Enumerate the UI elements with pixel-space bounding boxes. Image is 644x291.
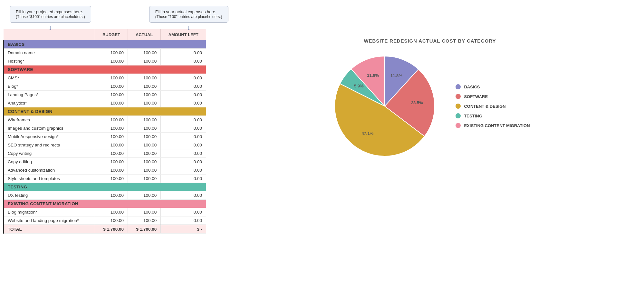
row-amount-left: 0.00 [161, 216, 206, 225]
table-row[interactable]: UX testing100.00100.000.00 [4, 191, 206, 200]
row-label: Wireframes [4, 116, 95, 124]
row-amount-left: 0.00 [161, 116, 206, 124]
table-row[interactable]: Website and landing page migration*100.0… [4, 216, 206, 225]
row-budget[interactable]: 100.00 [95, 49, 128, 57]
row-budget[interactable]: 100.00 [95, 191, 128, 200]
table-row[interactable]: Blog migration*100.00100.000.00 [4, 208, 206, 216]
callout-projected: Fill in your projected expenses here. (T… [10, 6, 91, 23]
page-container: Fill in your projected expenses here. (T… [0, 0, 644, 291]
row-budget[interactable]: 100.00 [95, 82, 128, 91]
category-header-row: EXISTING CONTENT MIGRATION [4, 200, 206, 208]
row-actual[interactable]: 100.00 [128, 149, 161, 158]
row-actual[interactable]: 100.00 [128, 91, 161, 99]
row-budget[interactable]: 100.00 [95, 57, 128, 65]
row-budget[interactable]: 100.00 [95, 133, 128, 141]
table-header-row: BUDGET ACTUAL AMOUNT LEFT [4, 29, 206, 40]
row-amount-left: 0.00 [161, 158, 206, 166]
pie-label-4: 11.8% [367, 73, 379, 78]
table-row[interactable]: Analytics*100.00100.000.00 [4, 99, 206, 107]
legend-color-dot [456, 113, 461, 118]
category-header-row: TESTING [4, 183, 206, 191]
row-budget[interactable]: 100.00 [95, 216, 128, 225]
table-row[interactable]: Landing Pages*100.00100.000.00 [4, 91, 206, 99]
row-label: Copy editing [4, 158, 95, 166]
category-header-row: CONTENT & DESIGN [4, 107, 206, 116]
row-actual[interactable]: 100.00 [128, 216, 161, 225]
total-left: $ - [161, 225, 206, 234]
row-budget[interactable]: 100.00 [95, 116, 128, 124]
row-label: Analytics* [4, 99, 95, 107]
row-amount-left: 0.00 [161, 175, 206, 183]
row-label: Landing Pages* [4, 91, 95, 99]
category-label: BASICS [4, 40, 206, 49]
table-row[interactable]: Copy writing100.00100.000.00 [4, 149, 206, 158]
chart-area: WEBSITE REDESIGN ACTUAL COST BY CATEGORY… [216, 29, 644, 167]
legend-color-dot [456, 84, 461, 89]
row-amount-left: 0.00 [161, 141, 206, 149]
row-label: Images and custom graphics [4, 124, 95, 133]
row-actual[interactable]: 100.00 [128, 116, 161, 124]
legend-label: SOFTWARE [464, 94, 488, 99]
chart-title: WEBSITE REDESIGN ACTUAL COST BY CATEGORY [364, 38, 496, 44]
table-row[interactable]: Hosting*100.00100.000.00 [4, 57, 206, 65]
row-amount-left: 0.00 [161, 91, 206, 99]
row-budget[interactable]: 100.00 [95, 208, 128, 216]
chart-legend: BASICSSOFTWARECONTENT & DESIGNTESTINGEXI… [456, 84, 530, 128]
row-budget[interactable]: 100.00 [95, 91, 128, 99]
row-budget[interactable]: 100.00 [95, 74, 128, 82]
legend-color-dot [456, 123, 461, 128]
legend-item: BASICS [456, 84, 530, 89]
row-actual[interactable]: 100.00 [128, 133, 161, 141]
legend-item: EXISTING CONTENT MIGRATION [456, 123, 530, 128]
row-budget[interactable]: 100.00 [95, 175, 128, 183]
row-actual[interactable]: 100.00 [128, 99, 161, 107]
row-actual[interactable]: 100.00 [128, 82, 161, 91]
category-label: TESTING [4, 183, 206, 191]
row-label: Blog* [4, 82, 95, 91]
row-amount-left: 0.00 [161, 133, 206, 141]
table-row[interactable]: Images and custom graphics100.00100.000.… [4, 124, 206, 133]
row-actual[interactable]: 100.00 [128, 57, 161, 65]
row-label: Advanced customization [4, 166, 95, 175]
table-row[interactable]: CMS*100.00100.000.00 [4, 74, 206, 82]
chart-body: 11.8%23.5%47.1%5.9%11.8% BASICSSOFTWAREC… [330, 51, 530, 161]
row-actual[interactable]: 100.00 [128, 191, 161, 200]
table-row[interactable]: SEO strategy and redirects100.00100.000.… [4, 141, 206, 149]
row-actual[interactable]: 100.00 [128, 74, 161, 82]
col-header-actual: ACTUAL [128, 29, 161, 40]
category-label: SOFTWARE [4, 65, 206, 74]
row-budget[interactable]: 100.00 [95, 166, 128, 175]
budget-table: BUDGET ACTUAL AMOUNT LEFT BASICSDomain n… [3, 29, 206, 234]
row-actual[interactable]: 100.00 [128, 166, 161, 175]
table-row[interactable]: Advanced customization100.00100.000.00 [4, 166, 206, 175]
table-row[interactable]: Wireframes100.00100.000.00 [4, 116, 206, 124]
table-row[interactable]: Style sheets and templates100.00100.000.… [4, 175, 206, 183]
row-label: Website and landing page migration* [4, 216, 95, 225]
main-content: BUDGET ACTUAL AMOUNT LEFT BASICSDomain n… [0, 29, 644, 291]
row-amount-left: 0.00 [161, 208, 206, 216]
row-budget[interactable]: 100.00 [95, 149, 128, 158]
row-amount-left: 0.00 [161, 74, 206, 82]
row-budget[interactable]: 100.00 [95, 124, 128, 133]
row-actual[interactable]: 100.00 [128, 175, 161, 183]
callout-actual-subtext: (Those "100" entries are placeholders.) [155, 15, 222, 19]
total-row: TOTAL$ 1,700.00$ 1,700.00$ - [4, 225, 206, 234]
pie-label-1: 23.5% [411, 100, 423, 105]
row-actual[interactable]: 100.00 [128, 49, 161, 57]
row-budget[interactable]: 100.00 [95, 99, 128, 107]
row-actual[interactable]: 100.00 [128, 141, 161, 149]
table-row[interactable]: Blog*100.00100.000.00 [4, 82, 206, 91]
col-header-left: AMOUNT LEFT [161, 29, 206, 40]
row-actual[interactable]: 100.00 [128, 158, 161, 166]
legend-item: TESTING [456, 113, 530, 118]
category-label: CONTENT & DESIGN [4, 107, 206, 116]
table-row[interactable]: Domain name100.00100.000.00 [4, 49, 206, 57]
row-budget[interactable]: 100.00 [95, 141, 128, 149]
row-actual[interactable]: 100.00 [128, 208, 161, 216]
table-row[interactable]: Mobile/responsive design*100.00100.000.0… [4, 133, 206, 141]
callout-actual-text: Fill in your actual expenses here. [155, 9, 216, 14]
row-actual[interactable]: 100.00 [128, 124, 161, 133]
table-row[interactable]: Copy editing100.00100.000.00 [4, 158, 206, 166]
row-budget[interactable]: 100.00 [95, 158, 128, 166]
pie-label-0: 11.8% [390, 73, 402, 78]
